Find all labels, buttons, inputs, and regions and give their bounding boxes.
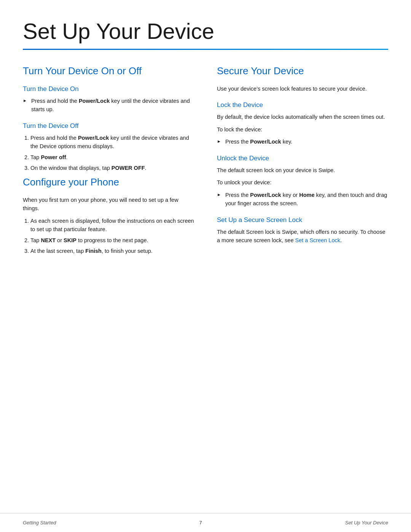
section-secure-device: Secure Your Device Use your device’s scr… (217, 65, 388, 245)
subsection-heading-turn-off: Turn the Device Off (23, 122, 194, 130)
subsection-screen-lock: Set Up a Secure Screen Lock The default … (217, 216, 388, 245)
unlock-bullet: Press the Power/Lock key or Home key, an… (217, 191, 388, 208)
configure-step-3: At the last screen, tap Finish, to finis… (30, 247, 194, 255)
unlock-list: Press the Power/Lock key or Home key, an… (217, 191, 388, 208)
section-turn-device: Turn Your Device On or Off Turn the Devi… (23, 65, 194, 173)
right-column: Secure Your Device Use your device’s scr… (217, 65, 388, 259)
turn-off-step-3: On the window that displays, tap POWER O… (30, 164, 194, 172)
lock-para2: To lock the device: (217, 125, 388, 134)
section-heading-secure: Secure Your Device (217, 65, 388, 77)
footer-left: Getting Started (23, 520, 56, 526)
content-columns: Turn Your Device On or Off Turn the Devi… (23, 65, 388, 259)
section-heading-configure: Configure your Phone (23, 176, 194, 188)
section-heading-turn-device: Turn Your Device On or Off (23, 65, 194, 77)
configure-steps: As each screen is displayed, follow the … (23, 217, 194, 256)
lock-list: Press the Power/Lock key. (217, 137, 388, 146)
set-screen-lock-link[interactable]: Set a Screen Lock (295, 237, 341, 243)
subsection-turn-off: Turn the Device Off Press and hold the P… (23, 122, 194, 173)
turn-on-bullet: Press and hold the Power/Lock key until … (23, 97, 194, 114)
turn-off-steps: Press and hold the Power/Lock key until … (23, 134, 194, 173)
unlock-para1: The default screen lock on your device i… (217, 166, 388, 174)
left-column: Turn Your Device On or Off Turn the Devi… (23, 65, 194, 259)
secure-intro: Use your device’s screen lock features t… (217, 85, 388, 93)
turn-off-step-2: Tap Power off. (30, 153, 194, 161)
subsection-heading-turn-on: Turn the Device On (23, 85, 194, 93)
subsection-heading-screen-lock: Set Up a Secure Screen Lock (217, 216, 388, 224)
screen-lock-para-end: . (340, 237, 342, 243)
screen-lock-para: The default Screen lock is Swipe, which … (217, 228, 388, 245)
page-footer: Getting Started 7 Set Up Your Device (0, 513, 411, 532)
subsection-heading-lock: Lock the Device (217, 101, 388, 109)
unlock-para2: To unlock your device: (217, 178, 388, 187)
turn-on-list: Press and hold the Power/Lock key until … (23, 97, 194, 114)
subsection-turn-on: Turn the Device On Press and hold the Po… (23, 85, 194, 114)
page-title: Set Up Your Device (23, 19, 388, 43)
lock-bullet: Press the Power/Lock key. (217, 137, 388, 146)
configure-intro: When you first turn on your phone, you w… (23, 196, 194, 213)
turn-off-step-1: Press and hold the Power/Lock key until … (30, 134, 194, 151)
configure-step-2: Tap NEXT or SKIP to progress to the next… (30, 236, 194, 244)
subsection-lock: Lock the Device By default, the device l… (217, 101, 388, 146)
lock-para1: By default, the device locks automatical… (217, 113, 388, 121)
configure-step-1: As each screen is displayed, follow the … (30, 217, 194, 234)
footer-right: Set Up Your Device (345, 520, 388, 526)
subsection-unlock: Unlock the Device The default screen loc… (217, 155, 388, 208)
footer-page-number: 7 (199, 520, 202, 526)
title-divider (23, 49, 388, 50)
page-container: Set Up Your Device Turn Your Device On o… (0, 0, 411, 290)
subsection-heading-unlock: Unlock the Device (217, 155, 388, 162)
section-configure-phone: Configure your Phone When you first turn… (23, 176, 194, 256)
